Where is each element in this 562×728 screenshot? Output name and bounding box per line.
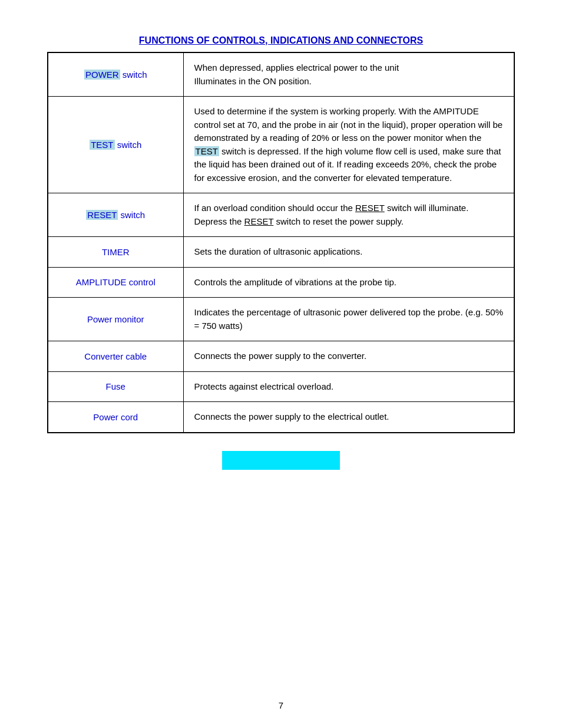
label-cell-amplitude: AMPLITUDE control	[48, 267, 183, 298]
table-row: Fuse Protects against electrical overloa…	[48, 371, 514, 402]
table-row: Power cord Connects the power supply to …	[48, 402, 514, 433]
power-label: POWER switch	[84, 70, 147, 80]
powercord-label: Power cord	[93, 412, 138, 422]
table-row: TIMER Sets the duration of ultrasonic ap…	[48, 237, 514, 268]
page-number: 7	[279, 700, 283, 710]
desc-cell-convertercable: Connects the power supply to the convert…	[183, 341, 514, 372]
reset-inline-1: RESET	[355, 203, 385, 213]
table-row: POWER switch When depressed, applies ele…	[48, 52, 514, 97]
table-row: TEST switch Used to determine if the sys…	[48, 97, 514, 193]
page-title: FUNCTIONS OF CONTROLS, INDICATIONS AND C…	[139, 35, 423, 46]
label-cell-convertercable: Converter cable	[48, 341, 183, 372]
label-cell-powercord: Power cord	[48, 402, 183, 433]
functions-table: POWER switch When depressed, applies ele…	[47, 52, 515, 433]
desc-cell-fuse: Protects against electrical overload.	[183, 371, 514, 402]
label-cell-power: POWER switch	[48, 52, 183, 97]
cyan-bar	[222, 451, 340, 470]
convertercable-label: Converter cable	[84, 351, 147, 361]
label-cell-test: TEST switch	[48, 97, 183, 193]
test-label: TEST switch	[90, 140, 141, 150]
reset-highlight: RESET	[86, 210, 118, 220]
label-cell-timer: TIMER	[48, 237, 183, 268]
table-row: AMPLITUDE control Controls the amplitude…	[48, 267, 514, 298]
test-highlight: TEST	[90, 140, 114, 150]
desc-cell-reset: If an overload condition should occur th…	[183, 193, 514, 237]
table-row: Power monitor Indicates the percentage o…	[48, 298, 514, 341]
desc-cell-amplitude: Controls the amplitude of vibrations at …	[183, 267, 514, 298]
desc-cell-timer: Sets the duration of ultrasonic applicat…	[183, 237, 514, 268]
reset-inline-2: RESET	[244, 216, 274, 226]
desc-cell-powermonitor: Indicates the percentage of ultrasonic p…	[183, 298, 514, 341]
timer-label: TIMER	[102, 247, 130, 257]
page-wrapper: FUNCTIONS OF CONTROLS, INDICATIONS AND C…	[0, 0, 562, 728]
test-inline-highlight: TEST	[194, 146, 219, 156]
desc-cell-powercord: Connects the power supply to the electri…	[183, 402, 514, 433]
power-highlight: POWER	[84, 70, 120, 80]
powermonitor-label: Power monitor	[87, 314, 144, 324]
table-row: RESET switch If an overload condition sh…	[48, 193, 514, 237]
desc-cell-test: Used to determine if the system is worki…	[183, 97, 514, 193]
reset-label: RESET switch	[86, 210, 145, 220]
label-cell-fuse: Fuse	[48, 371, 183, 402]
table-row: Converter cable Connects the power suppl…	[48, 341, 514, 372]
label-cell-powermonitor: Power monitor	[48, 298, 183, 341]
desc-cell-power: When depressed, applies electrical power…	[183, 52, 514, 97]
label-cell-reset: RESET switch	[48, 193, 183, 237]
fuse-label: Fuse	[106, 381, 125, 391]
amplitude-label: AMPLITUDE control	[76, 277, 156, 287]
